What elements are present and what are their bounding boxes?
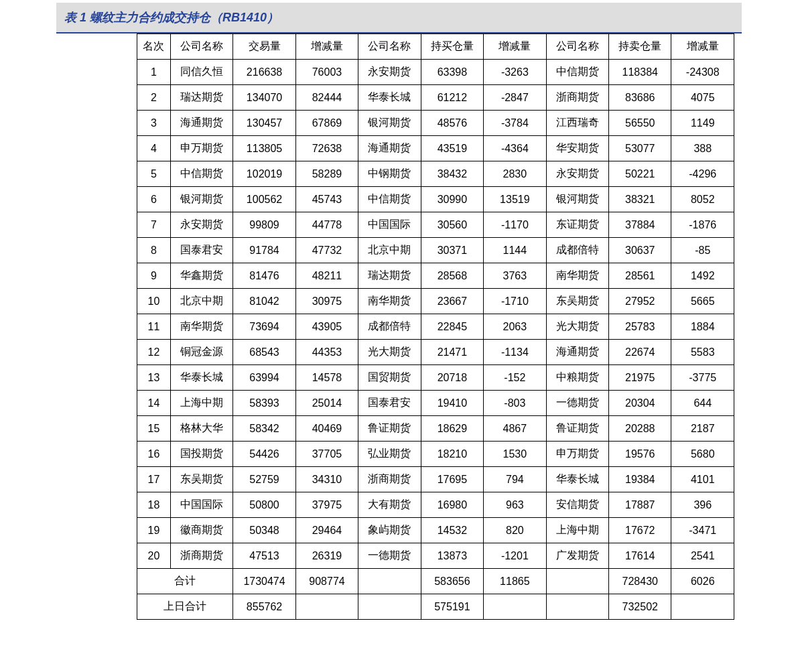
cell: 102019 — [233, 161, 295, 187]
cell: 1149 — [671, 111, 734, 136]
cell: 3 — [137, 111, 171, 136]
table-row: 20浙商期货4751326319一德期货13873-1201广发期货176142… — [137, 543, 734, 569]
cell: 25783 — [609, 314, 671, 340]
table-row: 10北京中期8104230975南华期货23667-1710东吴期货279525… — [137, 289, 734, 314]
table-row: 7永安期货9980944778中国国际30560-1170东证期货37884-1… — [137, 212, 734, 238]
total-label: 合计 — [137, 569, 233, 594]
cell: 东吴期货 — [546, 289, 608, 314]
cell: 73694 — [233, 314, 295, 340]
h-buy: 持买仓量 — [421, 34, 483, 60]
cell: 中信期货 — [170, 161, 232, 187]
cell: 申万期货 — [170, 136, 232, 161]
prev-d3 — [671, 594, 734, 620]
cell: 浙商期货 — [170, 543, 232, 569]
cell: 76003 — [295, 60, 358, 85]
cell: 16 — [137, 442, 171, 467]
cell: 国贸期货 — [358, 365, 421, 391]
cell: 4075 — [671, 85, 734, 111]
cell: 浙商期货 — [546, 85, 608, 111]
cell: -2847 — [484, 85, 546, 111]
cell: 11 — [137, 314, 171, 340]
cell: 63994 — [233, 365, 295, 391]
table-row: 14上海中期5839325014国泰君安19410-803一德期货2030464… — [137, 391, 734, 416]
cell: 81476 — [233, 263, 295, 289]
cell: 北京中期 — [170, 289, 232, 314]
cell: 17887 — [609, 492, 671, 518]
cell: 22845 — [421, 314, 483, 340]
cell: 9 — [137, 263, 171, 289]
cell: 1144 — [484, 238, 546, 263]
cell: 644 — [671, 391, 734, 416]
cell: 56550 — [609, 111, 671, 136]
cell: 963 — [484, 492, 546, 518]
table-row: 17东吴期货5275934310浙商期货17695794华泰长城19384410… — [137, 467, 734, 492]
cell: 38321 — [609, 187, 671, 212]
cell: 17 — [137, 467, 171, 492]
cell: 申万期货 — [546, 442, 608, 467]
prev-buy: 575191 — [421, 594, 483, 620]
cell: 银河期货 — [170, 187, 232, 212]
cell: 鲁证期货 — [546, 416, 608, 442]
cell: 27952 — [609, 289, 671, 314]
h-rank: 名次 — [137, 34, 171, 60]
total-n2 — [358, 569, 421, 594]
cell: 上海中期 — [170, 391, 232, 416]
cell: 13519 — [484, 187, 546, 212]
cell: 8 — [137, 238, 171, 263]
cell: 15 — [137, 416, 171, 442]
cell: 22674 — [609, 340, 671, 365]
cell: 2830 — [484, 161, 546, 187]
cell: 47732 — [295, 238, 358, 263]
cell: -1710 — [484, 289, 546, 314]
cell: 国泰君安 — [170, 238, 232, 263]
cell: 华泰长城 — [546, 467, 608, 492]
cell: -803 — [484, 391, 546, 416]
table-title: 表 1 螺纹主力合约成交持仓（RB1410） — [56, 3, 742, 33]
cell: 13 — [137, 365, 171, 391]
cell: 81042 — [233, 289, 295, 314]
cell: 91784 — [233, 238, 295, 263]
cell: 永安期货 — [358, 60, 421, 85]
cell: 130457 — [233, 111, 295, 136]
table-row: 8国泰君安9178447732北京中期303711144成都倍特30637-85 — [137, 238, 734, 263]
cell: 43905 — [295, 314, 358, 340]
h-name3: 公司名称 — [546, 34, 608, 60]
cell: 光大期货 — [358, 340, 421, 365]
cell: 23667 — [421, 289, 483, 314]
cell: 68543 — [233, 340, 295, 365]
h-d3: 增减量 — [671, 34, 734, 60]
cell: 1884 — [671, 314, 734, 340]
cell: 国泰君安 — [358, 391, 421, 416]
cell: -4296 — [671, 161, 734, 187]
cell: 银河期货 — [546, 187, 608, 212]
prev-vol: 855762 — [233, 594, 295, 620]
cell: 2 — [137, 85, 171, 111]
cell: 大有期货 — [358, 492, 421, 518]
cell: 113805 — [233, 136, 295, 161]
cell: 海通期货 — [170, 111, 232, 136]
cell: 67869 — [295, 111, 358, 136]
cell: 20304 — [609, 391, 671, 416]
h-name1: 公司名称 — [170, 34, 232, 60]
cell: 中信期货 — [546, 60, 608, 85]
cell: 58342 — [233, 416, 295, 442]
cell: 17672 — [609, 518, 671, 543]
position-table: 名次 公司名称 交易量 增减量 公司名称 持买仓量 增减量 公司名称 持卖仓量 … — [137, 33, 734, 620]
cell: 永安期货 — [546, 161, 608, 187]
cell: 永安期货 — [170, 212, 232, 238]
cell: 134070 — [233, 85, 295, 111]
cell: 14578 — [295, 365, 358, 391]
cell: 37884 — [609, 212, 671, 238]
table-row: 15格林大华5834240469鲁证期货186294867鲁证期货2028821… — [137, 416, 734, 442]
total-d2: 11865 — [484, 569, 546, 594]
h-name2: 公司名称 — [358, 34, 421, 60]
cell: 3763 — [484, 263, 546, 289]
total-n3 — [546, 569, 608, 594]
cell: 一德期货 — [358, 543, 421, 569]
cell: 19 — [137, 518, 171, 543]
cell: 中钢期货 — [358, 161, 421, 187]
cell: 北京中期 — [358, 238, 421, 263]
cell: 18210 — [421, 442, 483, 467]
h-vol: 交易量 — [233, 34, 295, 60]
cell: 72638 — [295, 136, 358, 161]
